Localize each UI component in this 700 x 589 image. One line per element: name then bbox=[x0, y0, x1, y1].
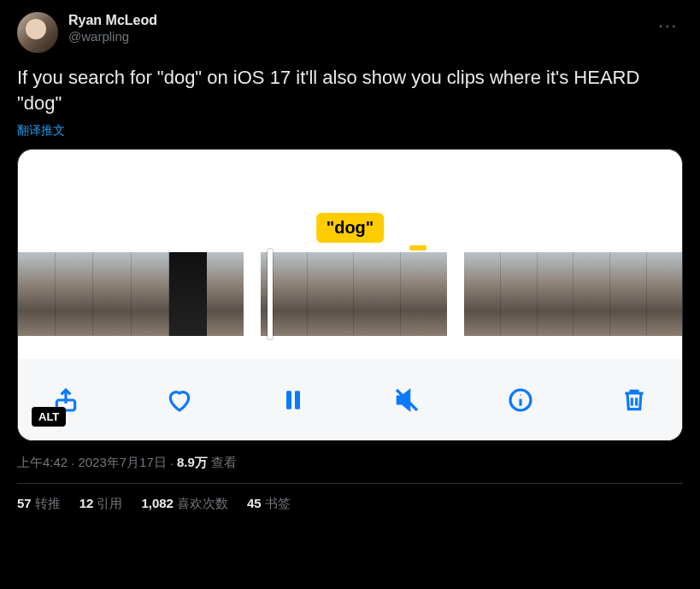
media-controls bbox=[18, 359, 682, 440]
clip-frame bbox=[401, 252, 447, 336]
likes-label: 喜欢次数 bbox=[177, 496, 228, 510]
clip-frame bbox=[261, 252, 308, 336]
likes-count: 1,082 bbox=[141, 496, 174, 510]
clip-group bbox=[261, 252, 447, 336]
retweets-label: 转推 bbox=[35, 496, 61, 510]
clip-group bbox=[18, 252, 244, 336]
views-count: 8.9万 bbox=[177, 455, 208, 471]
svg-point-6 bbox=[520, 394, 521, 396]
clip-group bbox=[464, 252, 683, 336]
tweet-stats: 57转推 12引用 1,082喜欢次数 45书签 bbox=[17, 484, 683, 512]
clip-frame bbox=[647, 252, 683, 336]
clip-frame bbox=[169, 252, 207, 336]
clip-frame bbox=[574, 252, 610, 336]
clip-frame bbox=[610, 252, 647, 336]
media-card[interactable]: "dog" bbox=[17, 149, 683, 441]
svg-rect-2 bbox=[295, 391, 300, 409]
user-handle: @warpling bbox=[68, 29, 157, 45]
quotes-count: 12 bbox=[79, 496, 94, 510]
clip-frame bbox=[207, 252, 244, 336]
views-label: 查看 bbox=[211, 455, 237, 471]
quotes-label: 引用 bbox=[97, 496, 122, 510]
clip-frame bbox=[464, 252, 501, 336]
tweet-text: If you search for "dog" on iOS 17 it'll … bbox=[17, 65, 683, 115]
clip-frame bbox=[18, 252, 56, 336]
alt-badge[interactable]: ALT bbox=[32, 407, 66, 427]
svg-rect-1 bbox=[286, 391, 291, 409]
avatar[interactable] bbox=[17, 12, 58, 53]
clip-frame bbox=[538, 252, 574, 336]
bookmarks-stat[interactable]: 45书签 bbox=[247, 496, 291, 512]
trash-icon[interactable] bbox=[619, 385, 650, 415]
tweet-container: Ryan McLeod @warpling ··· If you search … bbox=[0, 0, 700, 512]
translate-link[interactable]: 翻译推文 bbox=[17, 123, 65, 138]
heart-icon[interactable] bbox=[164, 385, 195, 415]
more-button[interactable]: ··· bbox=[653, 12, 683, 38]
dot: · bbox=[170, 456, 174, 470]
tweet-meta: 上午4:42 · 2023年7月17日 · 8.9万 查看 bbox=[17, 455, 683, 484]
mute-icon[interactable] bbox=[391, 385, 422, 415]
dot: · bbox=[71, 456, 74, 470]
display-name: Ryan McLeod bbox=[68, 12, 157, 29]
info-icon[interactable] bbox=[505, 385, 536, 415]
quotes-stat[interactable]: 12引用 bbox=[79, 496, 123, 512]
search-term-badge: "dog" bbox=[316, 213, 385, 243]
likes-stat[interactable]: 1,082喜欢次数 bbox=[141, 496, 228, 512]
retweets-count: 57 bbox=[17, 496, 32, 510]
bookmarks-label: 书签 bbox=[265, 496, 291, 510]
clip-frame bbox=[308, 252, 355, 336]
timeline-marker bbox=[409, 245, 426, 250]
bookmarks-count: 45 bbox=[247, 496, 262, 510]
pause-icon[interactable] bbox=[278, 385, 309, 415]
clip-frame bbox=[56, 252, 93, 336]
clip-frame bbox=[132, 252, 169, 336]
user-names[interactable]: Ryan McLeod @warpling bbox=[68, 12, 157, 45]
clip-frame bbox=[501, 252, 538, 336]
clip-frame bbox=[93, 252, 131, 336]
tweet-header: Ryan McLeod @warpling ··· bbox=[17, 12, 683, 53]
time-label[interactable]: 上午4:42 bbox=[17, 455, 68, 471]
clip-frame bbox=[354, 252, 401, 336]
retweets-stat[interactable]: 57转推 bbox=[17, 496, 61, 512]
clip-scrubber[interactable] bbox=[18, 252, 682, 336]
date-label[interactable]: 2023年7月17日 bbox=[78, 455, 166, 471]
